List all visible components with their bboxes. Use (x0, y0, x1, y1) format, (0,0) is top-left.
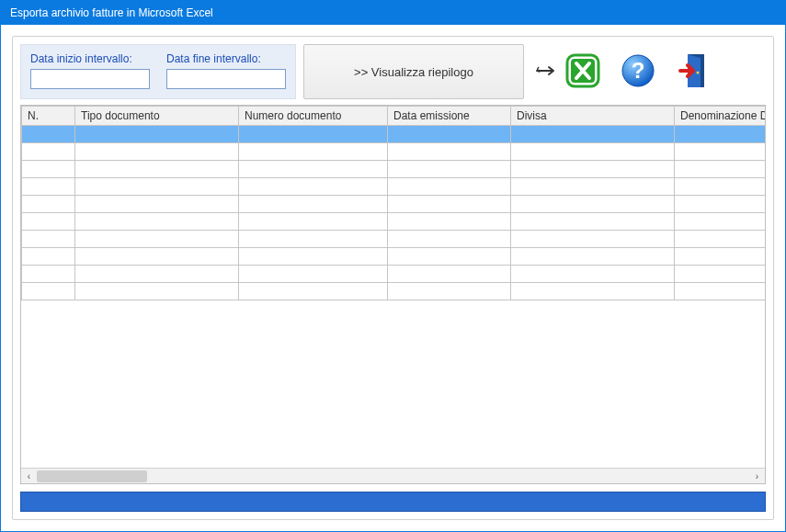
column-header-ditta[interactable]: Denominazione Ditta (675, 107, 767, 126)
cell-numero[interactable] (239, 248, 388, 266)
cell-tipo[interactable] (75, 231, 239, 248)
cell-tipo[interactable] (75, 178, 239, 196)
help-icon: ? (620, 52, 656, 92)
cell-ditta[interactable] (675, 196, 767, 213)
cell-tipo[interactable] (75, 283, 239, 300)
cell-ditta[interactable] (675, 213, 767, 231)
cell-tipo[interactable] (75, 196, 239, 213)
column-header-tipo[interactable]: Tipo documento (75, 107, 239, 126)
date-end-input[interactable] (166, 69, 286, 89)
cell-n[interactable] (22, 283, 75, 300)
cell-n[interactable] (22, 248, 75, 266)
exit-door-icon (678, 51, 715, 94)
data-grid[interactable]: N.Tipo documentoNumero documentoData emi… (20, 105, 766, 484)
cell-n[interactable] (22, 178, 75, 196)
table-row[interactable] (22, 248, 767, 266)
cell-ditta[interactable] (675, 248, 767, 266)
date-start-input[interactable] (30, 69, 150, 89)
cell-data[interactable] (388, 143, 511, 161)
cell-numero[interactable] (239, 161, 388, 178)
cell-ditta[interactable] (675, 266, 767, 283)
cell-numero[interactable] (239, 213, 388, 231)
cell-tipo[interactable] (75, 266, 239, 283)
column-header-numero[interactable]: Numero documento (239, 107, 388, 126)
cell-divisa[interactable] (511, 213, 675, 231)
cell-divisa[interactable] (511, 196, 675, 213)
table-row[interactable] (22, 231, 767, 248)
date-start-field: Data inizio intervallo: (30, 52, 150, 89)
cell-divisa[interactable] (511, 178, 675, 196)
scroll-right-arrow[interactable]: › (749, 469, 765, 484)
cell-tipo[interactable] (75, 126, 239, 143)
cell-numero[interactable] (239, 196, 388, 213)
cell-data[interactable] (388, 178, 511, 196)
cell-n[interactable] (22, 196, 75, 213)
horizontal-scrollbar[interactable]: ‹ › (21, 468, 765, 483)
hand-pointer-icon (535, 60, 561, 85)
help-button[interactable]: ? (612, 44, 664, 99)
cell-data[interactable] (388, 231, 511, 248)
scroll-left-arrow[interactable]: ‹ (21, 469, 37, 484)
main-panel: Data inizio intervallo: Data fine interv… (12, 36, 774, 520)
cell-data[interactable] (388, 161, 511, 178)
cell-data[interactable] (388, 248, 511, 266)
exit-button[interactable] (671, 44, 723, 99)
cell-tipo[interactable] (75, 213, 239, 231)
cell-ditta[interactable] (675, 231, 767, 248)
cell-n[interactable] (22, 213, 75, 231)
scroll-thumb[interactable] (37, 470, 147, 482)
svg-text:?: ? (632, 58, 645, 83)
column-header-divisa[interactable]: Divisa (511, 107, 675, 126)
cell-ditta[interactable] (675, 143, 767, 161)
cell-n[interactable] (22, 143, 75, 161)
cell-data[interactable] (388, 266, 511, 283)
cell-tipo[interactable] (75, 161, 239, 178)
cell-divisa[interactable] (511, 231, 675, 248)
cell-numero[interactable] (239, 231, 388, 248)
cell-tipo[interactable] (75, 248, 239, 266)
column-header-n[interactable]: N. (22, 107, 75, 126)
table-row[interactable] (22, 196, 767, 213)
cell-divisa[interactable] (511, 143, 675, 161)
cell-numero[interactable] (239, 143, 388, 161)
cell-ditta[interactable] (675, 126, 767, 143)
window-title: Esporta archivio fatture in Microsoft Ex… (10, 6, 213, 19)
column-header-data[interactable]: Data emissione (388, 107, 511, 126)
cell-tipo[interactable] (75, 143, 239, 161)
cell-ditta[interactable] (675, 161, 767, 178)
cell-data[interactable] (388, 283, 511, 300)
cell-divisa[interactable] (511, 161, 675, 178)
window-titlebar: Esporta archivio fatture in Microsoft Ex… (1, 1, 785, 25)
table-row[interactable] (22, 143, 767, 161)
cell-data[interactable] (388, 213, 511, 231)
cell-data[interactable] (388, 196, 511, 213)
cell-ditta[interactable] (675, 283, 767, 300)
cell-numero[interactable] (239, 266, 388, 283)
table-row[interactable] (22, 178, 767, 196)
date-range-box: Data inizio intervallo: Data fine interv… (20, 44, 296, 99)
cell-n[interactable] (22, 231, 75, 248)
table-row[interactable] (22, 283, 767, 300)
date-end-label: Data fine intervallo: (166, 52, 286, 65)
cell-divisa[interactable] (511, 126, 675, 143)
table-row[interactable] (22, 126, 767, 143)
scroll-track[interactable] (37, 469, 749, 483)
table-row[interactable] (22, 161, 767, 178)
table-row[interactable] (22, 266, 767, 283)
cell-n[interactable] (22, 266, 75, 283)
cell-data[interactable] (388, 126, 511, 143)
cell-ditta[interactable] (675, 178, 767, 196)
cell-n[interactable] (22, 161, 75, 178)
cell-numero[interactable] (239, 283, 388, 300)
cell-numero[interactable] (239, 178, 388, 196)
cell-divisa[interactable] (511, 248, 675, 266)
date-start-label: Data inizio intervallo: (30, 52, 150, 65)
cell-numero[interactable] (239, 126, 388, 143)
export-excel-button[interactable] (531, 44, 605, 99)
view-summary-button[interactable]: >> Visualizza riepilogo (303, 44, 524, 99)
cell-n[interactable] (22, 126, 75, 143)
toolbar: Data inizio intervallo: Data fine interv… (20, 44, 766, 99)
cell-divisa[interactable] (511, 266, 675, 283)
table-row[interactable] (22, 213, 767, 231)
cell-divisa[interactable] (511, 283, 675, 300)
